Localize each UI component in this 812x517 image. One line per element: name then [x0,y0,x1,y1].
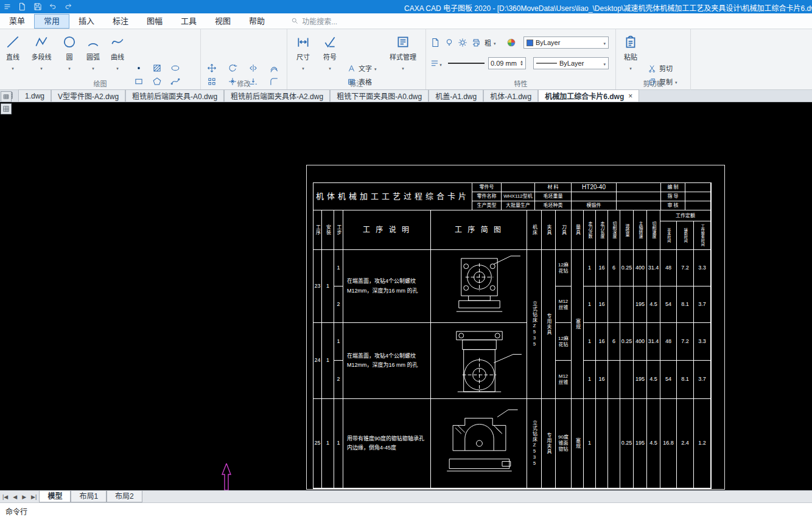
cell-desc: 用带有锥度90度的锪钻锪轴承孔内边缘，倒角4-45度 [343,399,431,488]
cell: 16 [596,361,608,399]
blank-kind-label: 毛坯种类 [535,201,572,210]
linewidth-input[interactable]: 0.09 mm▲▼ [488,57,526,69]
curve-button[interactable]: 曲线 [106,33,129,78]
doc-tab-active[interactable]: 机械加工综合卡片6.dwg× [538,89,639,102]
doc-tab[interactable]: 机盖-A1.dwg [429,89,483,102]
app-menu-icon[interactable] [2,2,12,12]
nav-last-icon[interactable]: ▶| [29,494,39,500]
move-icon[interactable] [206,62,218,74]
line-style-icon[interactable] [430,57,442,69]
command-line[interactable]: 命令行 [0,502,812,517]
ribbon-tab-annotate[interactable]: 标注 [103,14,138,29]
doc-tab[interactable]: 粗铣下平面夹具图-A0.dwg [330,89,429,102]
arc-button[interactable]: 圆弧 [82,33,105,78]
doc-tab[interactable]: 1.dwg [18,89,51,102]
drawing-canvas[interactable]: 机体机械加工工艺过程综合卡片 零件号 材 料 HT20-40 编 制 零件名称 … [0,102,812,490]
color-wheel-icon[interactable] [505,36,517,49]
doc-tab[interactable]: 机体-A1.dwg [483,89,538,102]
linetype-preview [536,62,557,64]
hatch-icon[interactable] [151,62,163,74]
doc-tab[interactable]: V型零件图-A2.dwg [51,89,125,102]
color-select[interactable]: ByLayer [523,36,609,49]
undo-icon[interactable] [48,2,58,12]
rotate-icon[interactable] [226,62,239,74]
cell-step: 1 [334,250,343,286]
circle-button[interactable]: 圆 [58,33,80,78]
cell: 48 [660,323,677,361]
cell [596,399,608,488]
dimension-button[interactable]: 尺寸 [291,33,315,78]
tab-layout2[interactable]: 布局2 [107,491,142,502]
cell: 1 [584,361,596,399]
material-label: 材 料 [535,183,572,192]
col-header-step: 工步 [334,210,343,250]
lineweight-bold-button[interactable]: 粗 [485,38,496,47]
cell-tool: 90度锥面锪钻 [556,399,572,488]
ribbon-group-properties: 粗 ByLayer 0.09 mm▲▼ ByLayer 特性 [426,29,616,90]
mirror-icon[interactable] [247,62,259,74]
close-tab-icon[interactable]: × [628,92,632,100]
symbol-button[interactable]: 符号 [318,33,342,78]
tab-model[interactable]: 模型 [39,491,71,502]
ribbon-tab-help[interactable]: 帮助 [240,14,274,29]
nav-next-icon[interactable]: ▶ [19,494,29,500]
cell: 48 [660,250,677,286]
doc-tab[interactable]: 粗铣前后端面夹具体-A2.dwg [224,89,330,102]
nav-first-icon[interactable]: |◀ [0,494,10,500]
cell: 400 [634,250,647,286]
paste-button[interactable]: 粘贴 [618,33,643,78]
function-search[interactable]: 功能搜索... [291,16,337,26]
ribbon-tab-tools[interactable]: 工具 [172,14,206,29]
group-label-modify: 修改 [201,78,287,88]
cell: 1 [584,323,596,361]
cell: 6 [608,323,620,361]
linetype-select[interactable]: ByLayer [533,57,609,69]
col-header-fixture: 夹具 [542,210,556,250]
cell-desc: 在端盖面，攻钻4个公制螺纹M12mm，深度为16 mm 的孔 [343,323,431,399]
line-button[interactable]: 直线 [1,33,24,78]
properties-panel-icon[interactable] [1,91,12,102]
title-bar: CAXA CAD 电子图板 2020 - [D:\360MoveData\Use… [0,0,812,13]
cell: 195 [634,361,647,399]
point-icon[interactable] [133,62,145,74]
col-header-quota-group: 工作定额 [660,210,711,221]
group-label-properties: 特性 [426,78,615,88]
prod-type-label: 生产类型 [472,201,502,210]
new-file-icon[interactable] [18,2,27,12]
layer-freeze-icon[interactable] [457,36,469,49]
part-name-value: WHX112型机 [502,192,535,201]
plot-icon[interactable] [470,36,482,49]
cell-machine: 立式钻床Z535 [527,250,542,399]
cell-seq: 24 [313,323,322,399]
save-icon[interactable] [33,2,43,12]
advisor-label: 指 导 [661,192,685,201]
doc-tab[interactable]: 粗铣前后端面夹具-A0.dwg [125,89,224,102]
col-header-velocity: 切削速度 [647,210,660,250]
ribbon-tab-insert[interactable]: 插入 [69,14,103,29]
cut-button[interactable]: 剪切 [648,63,673,73]
blank-kind-value: 模锻件 [572,201,617,210]
spacer-cell [617,183,661,192]
redo-icon[interactable] [63,2,73,12]
cell: 31.4 [647,323,660,361]
ribbon: 直线 多段线 圆 圆弧 曲线 绘图 [0,29,812,90]
process-card-table: 机体机械加工工艺过程综合卡片 零件号 材 料 HT20-40 编 制 零件名称 … [313,182,712,489]
cell: 7.2 [677,250,694,286]
offset-icon[interactable] [268,62,280,74]
layer-icon[interactable] [430,36,442,49]
polyline-button[interactable]: 多段线 [26,33,57,78]
cell-fixture: 专用夹具 [542,399,556,488]
ribbon-tab-sheet[interactable]: 图幅 [138,14,172,29]
col-header-gauge: 量具 [572,210,584,250]
library-panel-icon[interactable] [1,103,12,114]
style-manager-button[interactable]: 样式管理 [385,33,421,78]
ribbon-tab-home[interactable]: 常用 [34,14,69,29]
cell: 16 [596,286,608,323]
nav-prev-icon[interactable]: ◀ [10,494,19,500]
text-button[interactable]: 文字 [347,63,377,73]
ribbon-tab-view[interactable]: 视图 [206,14,240,29]
ellipse-icon[interactable] [169,62,181,74]
tab-layout1[interactable]: 布局1 [71,491,107,502]
layer-on-icon[interactable] [443,36,455,49]
menu-button[interactable]: 菜单 [0,14,34,29]
